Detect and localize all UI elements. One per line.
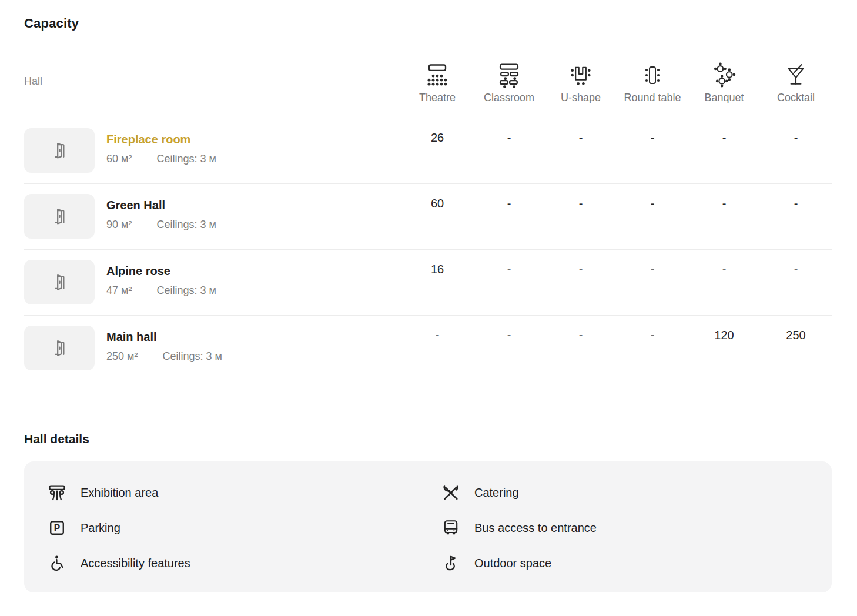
column-label: Banquet <box>704 92 744 103</box>
svg-text:P: P <box>54 523 60 533</box>
column-header-round-table: Round table <box>617 61 688 103</box>
value-theatre: - <box>401 316 473 342</box>
value-classroom: - <box>473 118 545 145</box>
detail-item-accessibility: Accessibility features <box>47 545 441 581</box>
hall-name-link[interactable]: Fireplace room <box>106 132 216 146</box>
hall-details-panel: Exhibition area Catering P Parking <box>24 461 832 592</box>
capacity-table-header: Hall Theatre <box>24 45 832 118</box>
value-classroom: - <box>473 250 545 276</box>
value-banquet: - <box>688 184 760 210</box>
hall-info: Fireplace room 60 м² Ceilings: 3 м <box>106 128 216 173</box>
hall-row-green-hall[interactable]: Green Hall 90 м² Ceilings: 3 м 60 - - - … <box>24 184 832 250</box>
value-cocktail: - <box>760 118 832 145</box>
hall-meta: 60 м² Ceilings: 3 м <box>106 153 216 165</box>
accessibility-icon <box>47 554 67 573</box>
capacity-title: Capacity <box>24 0 832 31</box>
detail-item-parking: P Parking <box>47 510 441 545</box>
value-banquet: - <box>688 250 760 276</box>
hall-cell: Green Hall 90 м² Ceilings: 3 м <box>24 184 401 249</box>
hall-ceilings: Ceilings: 3 м <box>156 219 216 231</box>
value-classroom: - <box>473 184 545 210</box>
hall-meta: 250 м² Ceilings: 3 м <box>106 350 222 363</box>
detail-label: Exhibition area <box>81 486 158 500</box>
value-round-table: - <box>617 118 688 145</box>
detail-label: Outdoor space <box>474 557 551 570</box>
column-label: Theatre <box>419 92 456 103</box>
value-u-shape: - <box>545 250 617 276</box>
capacity-page: Capacity Hall Theatre <box>0 0 857 592</box>
hall-thumbnail[interactable] <box>24 194 95 239</box>
hall-info: Alpine rose 47 м² Ceilings: 3 м <box>106 260 216 304</box>
banquet-icon <box>711 61 737 90</box>
detail-item-bus-access: Bus access to entrance <box>441 510 820 545</box>
column-label: Round table <box>624 92 681 103</box>
detail-item-exhibition-area: Exhibition area <box>47 475 441 510</box>
value-round-table: - <box>617 316 688 342</box>
hall-row-alpine-rose[interactable]: Alpine rose 47 м² Ceilings: 3 м 16 - - -… <box>24 250 832 316</box>
hall-name-link[interactable]: Green Hall <box>106 198 216 212</box>
catering-icon <box>441 483 461 502</box>
value-banquet: 120 <box>688 316 760 342</box>
exhibition-icon <box>47 484 67 501</box>
detail-label: Catering <box>474 486 519 500</box>
hall-area: 47 м² <box>106 284 132 297</box>
door-icon <box>49 206 69 226</box>
column-header-banquet: Banquet <box>688 61 760 103</box>
column-label: Classroom <box>484 92 534 103</box>
detail-label: Accessibility features <box>81 557 190 570</box>
value-round-table: - <box>617 250 688 276</box>
value-cocktail: - <box>760 184 832 210</box>
column-header-cocktail: Cocktail <box>760 61 832 103</box>
theatre-icon <box>423 61 451 90</box>
hall-thumbnail[interactable] <box>24 128 95 173</box>
hall-ceilings: Ceilings: 3 м <box>162 350 222 363</box>
detail-item-catering: Catering <box>441 475 820 510</box>
outdoor-space-icon <box>441 554 461 573</box>
hall-meta: 90 м² Ceilings: 3 м <box>106 219 216 231</box>
hall-ceilings: Ceilings: 3 м <box>156 284 216 297</box>
value-banquet: - <box>688 118 760 145</box>
value-theatre: 26 <box>401 118 473 145</box>
round-table-icon <box>641 61 664 90</box>
hall-details-title: Hall details <box>24 432 832 446</box>
column-label: Cocktail <box>777 92 815 103</box>
value-u-shape: - <box>545 316 617 342</box>
value-u-shape: - <box>545 184 617 210</box>
value-cocktail: - <box>760 250 832 276</box>
hall-column-header: Hall <box>24 75 401 88</box>
hall-ceilings: Ceilings: 3 м <box>156 153 216 165</box>
hall-area: 250 м² <box>106 350 138 363</box>
hall-cell: Main hall 250 м² Ceilings: 3 м <box>24 316 401 380</box>
hall-meta: 47 м² Ceilings: 3 м <box>106 284 216 297</box>
hall-row-main-hall[interactable]: Main hall 250 м² Ceilings: 3 м - - - - 1… <box>24 316 832 381</box>
column-header-u-shape: U-shape <box>545 61 617 103</box>
hall-cell: Alpine rose 47 м² Ceilings: 3 м <box>24 250 401 314</box>
hall-area: 90 м² <box>106 219 132 231</box>
hall-area: 60 м² <box>106 153 132 165</box>
detail-label: Parking <box>81 521 120 535</box>
u-shape-icon <box>568 61 594 90</box>
value-classroom: - <box>473 316 545 342</box>
door-icon <box>49 272 69 292</box>
value-round-table: - <box>617 184 688 210</box>
hall-thumbnail[interactable] <box>24 326 95 370</box>
column-header-classroom: Classroom <box>473 61 545 103</box>
hall-info: Main hall 250 м² Ceilings: 3 м <box>106 326 222 370</box>
hall-thumbnail[interactable] <box>24 260 95 304</box>
hall-name-link[interactable]: Main hall <box>106 330 222 344</box>
hall-info: Green Hall 90 м² Ceilings: 3 м <box>106 194 216 239</box>
hall-name-link[interactable]: Alpine rose <box>106 264 216 278</box>
value-theatre: 16 <box>401 250 473 276</box>
column-header-theatre: Theatre <box>401 61 473 103</box>
value-cocktail: 250 <box>760 316 832 342</box>
door-icon <box>49 338 69 358</box>
hall-row-fireplace-room[interactable]: Fireplace room 60 м² Ceilings: 3 м 26 - … <box>24 118 832 184</box>
parking-icon: P <box>47 520 67 536</box>
detail-item-outdoor-space: Outdoor space <box>441 545 820 581</box>
value-theatre: 60 <box>401 184 473 210</box>
hall-cell: Fireplace room 60 м² Ceilings: 3 м <box>24 118 401 183</box>
bus-icon <box>441 518 461 537</box>
detail-label: Bus access to entrance <box>474 521 597 535</box>
cocktail-icon <box>784 61 808 90</box>
classroom-icon <box>496 61 523 90</box>
